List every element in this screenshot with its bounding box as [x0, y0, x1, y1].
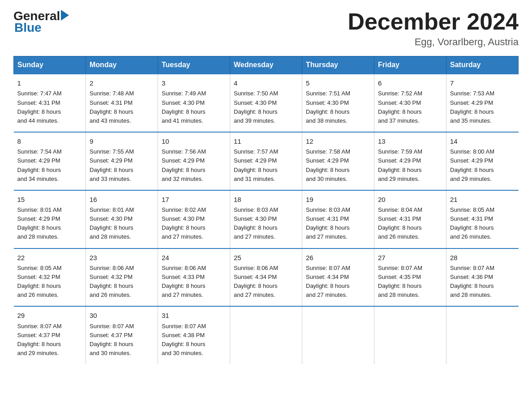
- logo-arrow-icon: [61, 10, 69, 21]
- day-info-line: and 29 minutes.: [450, 175, 515, 184]
- calendar-cell: 12Sunrise: 7:58 AMSunset: 4:29 PMDayligh…: [302, 132, 374, 190]
- day-number: 5: [306, 78, 370, 88]
- day-info-line: Daylight: 8 hours: [306, 107, 370, 116]
- day-info-line: Daylight: 8 hours: [234, 107, 298, 116]
- calendar-cell: 29Sunrise: 8:07 AMSunset: 4:37 PMDayligh…: [14, 306, 86, 364]
- header-day-thursday: Thursday: [302, 56, 374, 74]
- day-info-line: Sunrise: 8:00 AM: [450, 147, 515, 156]
- day-info-line: Sunset: 4:29 PM: [17, 156, 82, 165]
- day-info-line: Sunrise: 8:07 AM: [450, 264, 515, 273]
- calendar-cell: 19Sunrise: 8:03 AMSunset: 4:31 PMDayligh…: [302, 190, 374, 248]
- day-info-line: Sunset: 4:30 PM: [378, 98, 442, 107]
- day-info-line: Sunrise: 7:47 AM: [17, 89, 82, 98]
- day-number: 26: [306, 253, 370, 263]
- day-number: 30: [90, 310, 154, 321]
- day-info-line: Sunrise: 7:57 AM: [234, 147, 298, 156]
- calendar-cell: 3Sunrise: 7:49 AMSunset: 4:30 PMDaylight…: [158, 74, 230, 132]
- day-info-line: and 29 minutes.: [17, 349, 82, 358]
- day-info-line: Daylight: 8 hours: [306, 223, 370, 232]
- week-row-3: 15Sunrise: 8:01 AMSunset: 4:29 PMDayligh…: [14, 190, 519, 248]
- day-number: 22: [17, 253, 82, 263]
- day-info-line: and 37 minutes.: [378, 116, 442, 125]
- day-info-line: Sunrise: 7:55 AM: [90, 147, 154, 156]
- day-info-line: and 27 minutes.: [234, 291, 298, 300]
- day-info-line: Daylight: 8 hours: [378, 107, 442, 116]
- day-info-line: Daylight: 8 hours: [378, 223, 442, 232]
- day-number: 8: [17, 136, 82, 146]
- day-info-line: Daylight: 8 hours: [162, 223, 226, 232]
- day-info-line: Daylight: 8 hours: [450, 282, 515, 291]
- day-info-line: Sunrise: 7:59 AM: [378, 147, 442, 156]
- day-info-line: Daylight: 8 hours: [90, 166, 154, 175]
- calendar-cell: 21Sunrise: 8:05 AMSunset: 4:31 PMDayligh…: [446, 190, 519, 248]
- calendar-cell: 22Sunrise: 8:05 AMSunset: 4:32 PMDayligh…: [14, 248, 86, 307]
- day-info-line: and 27 minutes.: [306, 291, 370, 300]
- header-day-monday: Monday: [86, 56, 158, 74]
- day-info-line: Sunset: 4:29 PM: [90, 156, 154, 165]
- day-number: 11: [234, 136, 298, 146]
- day-info-line: Daylight: 8 hours: [234, 282, 298, 291]
- calendar-cell: 2Sunrise: 7:48 AMSunset: 4:31 PMDaylight…: [86, 74, 158, 132]
- day-number: 20: [378, 194, 442, 205]
- header-row: SundayMondayTuesdayWednesdayThursdayFrid…: [14, 56, 519, 74]
- day-info-line: and 30 minutes.: [162, 349, 226, 358]
- calendar-cell: 11Sunrise: 7:57 AMSunset: 4:29 PMDayligh…: [230, 132, 302, 190]
- calendar-cell: 15Sunrise: 8:01 AMSunset: 4:29 PMDayligh…: [14, 190, 86, 248]
- day-info-line: Daylight: 8 hours: [234, 166, 298, 175]
- day-info-line: Sunrise: 7:53 AM: [450, 89, 515, 98]
- day-info-line: Daylight: 8 hours: [162, 340, 226, 349]
- day-info-line: and 30 minutes.: [306, 175, 370, 184]
- header-day-tuesday: Tuesday: [158, 56, 230, 74]
- calendar-cell: [446, 306, 519, 364]
- week-row-4: 22Sunrise: 8:05 AMSunset: 4:32 PMDayligh…: [14, 248, 519, 307]
- day-info-line: and 26 minutes.: [378, 232, 442, 241]
- day-info-line: and 28 minutes.: [378, 291, 442, 300]
- logo-blue-text: Blue: [14, 21, 42, 35]
- calendar-cell: 9Sunrise: 7:55 AMSunset: 4:29 PMDaylight…: [86, 132, 158, 190]
- calendar-cell: 4Sunrise: 7:50 AMSunset: 4:30 PMDaylight…: [230, 74, 302, 132]
- day-info-line: and 26 minutes.: [90, 291, 154, 300]
- day-info-line: Sunrise: 8:07 AM: [162, 322, 226, 331]
- day-info-line: and 43 minutes.: [90, 116, 154, 125]
- day-info-line: Daylight: 8 hours: [17, 282, 82, 291]
- day-number: 14: [450, 136, 515, 146]
- calendar-cell: 23Sunrise: 8:06 AMSunset: 4:32 PMDayligh…: [86, 248, 158, 307]
- day-info-line: Daylight: 8 hours: [162, 107, 226, 116]
- day-info-line: Sunset: 4:30 PM: [162, 98, 226, 107]
- header-day-saturday: Saturday: [446, 56, 519, 74]
- day-info-line: Daylight: 8 hours: [162, 166, 226, 175]
- month-title: December 2024: [348, 9, 519, 34]
- day-info-line: and 26 minutes.: [17, 291, 82, 300]
- day-info-line: and 27 minutes.: [162, 291, 226, 300]
- location-title: Egg, Vorarlberg, Austria: [348, 36, 519, 48]
- day-number: 21: [450, 194, 515, 205]
- day-info-line: Daylight: 8 hours: [378, 282, 442, 291]
- day-info-line: Sunrise: 7:58 AM: [306, 147, 370, 156]
- day-number: 4: [234, 78, 298, 88]
- day-info-line: Sunset: 4:36 PM: [450, 273, 515, 282]
- day-info-line: Sunset: 4:29 PM: [162, 156, 226, 165]
- day-info-line: and 27 minutes.: [162, 232, 226, 241]
- day-number: 13: [378, 136, 442, 146]
- header: General Blue December 2024 Egg, Vorarlbe…: [13, 9, 519, 48]
- calendar-cell: 30Sunrise: 8:07 AMSunset: 4:37 PMDayligh…: [86, 306, 158, 364]
- header-day-sunday: Sunday: [14, 56, 86, 74]
- day-info-line: Sunrise: 7:52 AM: [378, 89, 442, 98]
- calendar-cell: [302, 306, 374, 364]
- day-info-line: Sunrise: 8:02 AM: [162, 206, 226, 214]
- day-info-line: and 28 minutes.: [17, 232, 82, 241]
- day-info-line: Sunset: 4:29 PM: [306, 156, 370, 165]
- calendar-cell: 18Sunrise: 8:03 AMSunset: 4:30 PMDayligh…: [230, 190, 302, 248]
- day-info-line: Sunset: 4:38 PM: [162, 331, 226, 340]
- day-number: 24: [162, 253, 226, 263]
- day-info-line: Daylight: 8 hours: [378, 166, 442, 175]
- day-number: 1: [17, 78, 82, 88]
- calendar-cell: 28Sunrise: 8:07 AMSunset: 4:36 PMDayligh…: [446, 248, 519, 307]
- day-info-line: and 44 minutes.: [17, 116, 82, 125]
- day-number: 28: [450, 253, 515, 263]
- day-info-line: Sunset: 4:30 PM: [234, 98, 298, 107]
- day-info-line: Daylight: 8 hours: [450, 107, 515, 116]
- day-number: 15: [17, 194, 82, 205]
- day-info-line: Sunrise: 7:54 AM: [17, 147, 82, 156]
- calendar-cell: 24Sunrise: 8:06 AMSunset: 4:33 PMDayligh…: [158, 248, 230, 307]
